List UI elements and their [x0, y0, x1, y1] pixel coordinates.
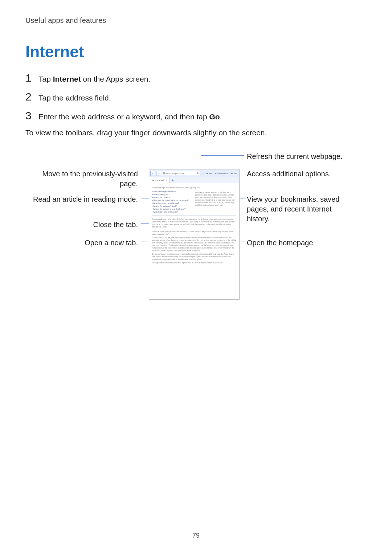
label-close-tab: Close the tab.	[29, 220, 138, 230]
url-text: en.m.wikipedia.org	[166, 172, 184, 175]
callout-line	[201, 155, 244, 156]
toolbar-more[interactable]: MORE	[230, 172, 238, 175]
bullet: What factors influ- in the edits?	[152, 211, 193, 213]
side-text: Accurate audience analysis provides a se…	[195, 191, 236, 206]
divider	[152, 215, 236, 216]
step-number: 3	[25, 110, 38, 122]
col-text: Purpose refers to the function- lity/eff…	[152, 218, 236, 228]
bullet: Who is the target audience?	[152, 190, 193, 193]
refresh-icon[interactable]: ↻	[197, 172, 199, 175]
intro-line: When creating a new technical article or…	[152, 186, 236, 189]
tab-bar: Technical writ × +	[149, 177, 239, 183]
bullet: What is the context?	[152, 196, 193, 199]
step-text: Tap Internet on the Apps screen.	[38, 75, 367, 83]
paragraph: In format that communication, and the ki…	[152, 230, 236, 235]
step-1: 1 Tap Internet on the Apps screen.	[25, 72, 367, 84]
new-tab-button[interactable]: +	[170, 177, 176, 183]
callout-line	[141, 198, 150, 198]
callout-line	[141, 223, 150, 224]
step-number: 2	[25, 91, 38, 103]
bullet: What form does the guide take?	[152, 202, 193, 205]
step-2: 2 Tap the address field.	[25, 91, 367, 103]
browser-mock: ‹ › ▤ en.m.wikipedia.org ↻ ☆ HOME BOOKMA…	[149, 169, 240, 300]
address-bar[interactable]: ▤ en.m.wikipedia.org ↻	[162, 171, 200, 176]
label-prev-page: Move to the previously-visited page.	[29, 169, 138, 189]
label-options: Access additional options.	[247, 169, 356, 179]
browser-toolbar: ‹ › ▤ en.m.wikipedia.org ↻ ☆ HOME BOOKMA…	[149, 169, 239, 177]
toolbar-home[interactable]: HOME	[205, 172, 213, 175]
page-number: 79	[0, 532, 392, 539]
callout-diagram: Refresh the current webpage. Move to the…	[25, 152, 367, 304]
breadcrumb: Useful apps and features	[25, 16, 367, 25]
page-content: When creating a new technical article or…	[149, 183, 239, 267]
label-reading-mode: Read an article in reading mode.	[29, 194, 138, 204]
label-homepage: Open the homepage.	[247, 238, 356, 248]
bullet: What is the audience's level?	[152, 205, 193, 208]
paragraph: Content means the physical and temporal …	[152, 237, 236, 252]
label-refresh: Refresh the current webpage.	[247, 152, 356, 161]
label-bookmarks: View your bookmarks, saved pages, and re…	[247, 194, 356, 224]
bullet: What are the goals?	[152, 193, 193, 196]
bullet: How does the record feel about the subje…	[152, 199, 193, 202]
toolbar-bookmarks[interactable]: BOOKMARKS	[214, 172, 229, 175]
note-text: To view the toolbars, drag your finger d…	[25, 128, 367, 137]
tab-label: Technical writ	[151, 179, 164, 181]
label-new-tab: Open a new tab.	[29, 238, 138, 248]
bullet: What is the author's in tone depth level…	[152, 208, 193, 210]
paragraph: Arrangement refers to the order and orga…	[152, 262, 236, 264]
corner-tick	[17, 0, 21, 11]
step-number: 1	[25, 72, 38, 84]
page-title: Internet	[25, 43, 367, 61]
back-button[interactable]: ‹	[150, 171, 155, 176]
steps-list: 1 Tap Internet on the Apps screen. 2 Tap…	[25, 72, 367, 122]
tab[interactable]: Technical writ ×	[149, 177, 170, 183]
step-text: Tap the address field.	[38, 94, 367, 102]
step-text: Enter the web address or a keyword, and …	[38, 112, 367, 121]
bookmark-star-icon[interactable]: ☆	[201, 172, 205, 175]
page: Useful apps and features Internet 1 Tap …	[0, 0, 392, 554]
forward-button[interactable]: ›	[156, 171, 161, 176]
tab-close-icon[interactable]: ×	[166, 179, 167, 181]
step-3: 3 Enter the web address or a keyword, an…	[25, 110, 367, 122]
reader-icon[interactable]: ▤	[163, 172, 166, 175]
paragraph: Document design is a component of techni…	[152, 253, 236, 260]
